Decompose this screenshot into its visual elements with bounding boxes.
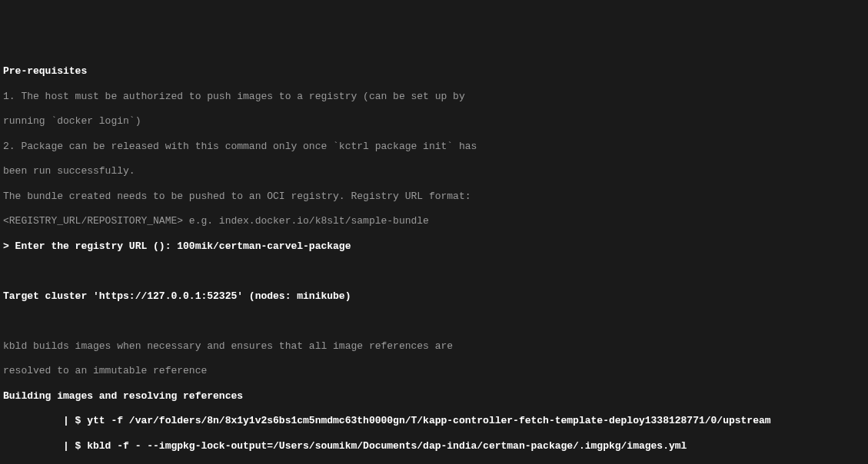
text-line: kbld builds images when necessary and en… [3, 340, 865, 353]
text-line: The bundle created needs to be pushed to… [3, 191, 865, 203]
prompt-registry-url: > Enter the registry URL (): 100mik/cert… [3, 240, 865, 253]
heading-building-images: Building images and resolving references [3, 390, 865, 403]
text-line: 2. Package can be released with this com… [3, 141, 865, 153]
text-line: 1. The host must be authorized to push i… [3, 91, 865, 103]
blank-line [3, 315, 865, 327]
command-line: | $ ytt -f /var/folders/8n/8x1y1v2s6bs1c… [3, 415, 865, 427]
blank-line [3, 265, 865, 277]
command-line: | $ kbld -f - --imgpkg-lock-output=/User… [3, 440, 865, 452]
terminal-output: Pre-requisites 1. The host must be autho… [3, 53, 865, 464]
text-line: <REGISTRY_URL/REPOSITORY_NAME> e.g. inde… [3, 215, 865, 227]
text-line: been run successfully. [3, 165, 865, 177]
text-line: resolved to an immutable reference [3, 365, 865, 377]
heading-prerequisites: Pre-requisites [3, 65, 865, 78]
text-line: running `docker login`) [3, 115, 865, 128]
target-cluster: Target cluster 'https://127.0.0.1:52325'… [3, 290, 865, 303]
